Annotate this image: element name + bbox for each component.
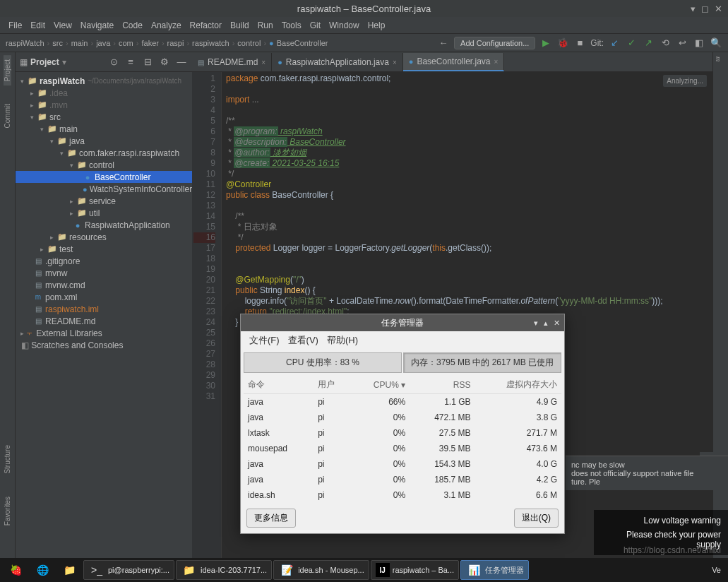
locate-icon[interactable]: ⊙: [107, 56, 120, 69]
crumb[interactable]: com: [119, 39, 133, 47]
crumb[interactable]: raspiWatch: [6, 39, 44, 47]
tree-item-resources[interactable]: ▸resources: [16, 231, 192, 243]
menu-run[interactable]: Run: [253, 20, 278, 30]
close-icon[interactable]: ×: [494, 58, 499, 66]
collapse-icon[interactable]: ⊟: [141, 56, 154, 69]
git-commit-icon[interactable]: ✓: [625, 37, 638, 49]
tool-favorites[interactable]: Favorites: [4, 492, 11, 530]
process-row[interactable]: javapi0%185.7 MB4.2 G: [244, 472, 561, 487]
tree-item-readme[interactable]: README.md: [16, 315, 192, 327]
col-vsz[interactable]: 虚拟内存大小: [475, 376, 561, 394]
close-icon[interactable]: ×: [393, 59, 397, 66]
tree-item-src[interactable]: ▾src: [16, 111, 192, 123]
tree-item-external-libs[interactable]: ▸⫟ External Libraries: [16, 327, 192, 339]
process-row[interactable]: javapi0%472.1 MB3.8 G: [244, 410, 561, 425]
crumb[interactable]: main: [71, 39, 88, 47]
tool-commit[interactable]: Commit: [4, 100, 11, 132]
dialog-maximize-icon[interactable]: ▴: [544, 319, 548, 328]
tree-item-mvnwcmd[interactable]: mvnw.cmd: [16, 279, 192, 291]
taskbar-terminal[interactable]: >_pi@raspberrypi:...: [83, 560, 174, 580]
cpu-usage-button[interactable]: CPU 使用率：83 %: [244, 352, 402, 373]
dialog-menu-help[interactable]: 帮助(H): [323, 334, 362, 347]
process-row[interactable]: lxtaskpi0%27.5 MB271.7 M: [244, 425, 561, 441]
tree-item-package[interactable]: ▾com.faker.raspi.raspiwatch: [16, 147, 192, 159]
col-rss[interactable]: RSS: [410, 376, 475, 394]
maximize-icon[interactable]: ◻: [701, 4, 709, 14]
tool-project[interactable]: Project: [4, 55, 11, 85]
menu-window[interactable]: Window: [325, 20, 364, 30]
expand-icon[interactable]: ≡: [124, 56, 137, 69]
menu-build[interactable]: Build: [226, 20, 253, 30]
crumb[interactable]: raspiwatch: [192, 39, 229, 47]
menu-file[interactable]: File: [4, 20, 26, 30]
taskbar-tray[interactable]: Ve: [708, 560, 725, 580]
crumb[interactable]: control: [237, 39, 261, 47]
menu-code[interactable]: Code: [118, 20, 147, 30]
tree-item-scratches[interactable]: ◧ Scratches and Consoles: [16, 339, 192, 351]
tree-item-service[interactable]: ▸service: [16, 195, 192, 207]
search-icon[interactable]: 🔍: [710, 37, 722, 49]
close-icon[interactable]: ×: [261, 59, 265, 66]
tree-item-main[interactable]: ▾main: [16, 123, 192, 135]
menu-git[interactable]: Git: [306, 20, 325, 30]
col-command[interactable]: 命令: [244, 376, 314, 394]
taskbar-mousepad[interactable]: 📝idea.sh - Mousep...: [273, 560, 369, 580]
tree-item-control[interactable]: ▾control: [16, 159, 192, 171]
stop-icon[interactable]: ■: [573, 37, 586, 49]
close-icon[interactable]: ✕: [715, 4, 722, 14]
hide-icon[interactable]: —: [175, 56, 188, 69]
git-history-icon[interactable]: ⟲: [659, 37, 672, 49]
process-row[interactable]: mousepadpi0%39.5 MB473.6 M: [244, 441, 561, 456]
tree-item-mvn[interactable]: ▸.mvn: [16, 99, 192, 111]
tree-item-test[interactable]: ▸test: [16, 243, 192, 255]
crumb[interactable]: java: [96, 39, 110, 47]
dialog-titlebar[interactable]: 任务管理器 ▾ ▴ ✕: [241, 314, 564, 331]
crumb[interactable]: faker: [141, 39, 158, 47]
tree-root[interactable]: ▾raspiWatch~/Documents/java/raspiWatch: [16, 75, 192, 87]
crumb[interactable]: BaseController: [277, 39, 328, 47]
menu-edit[interactable]: Edit: [26, 20, 49, 30]
gear-icon[interactable]: ⚙: [158, 56, 171, 69]
dialog-menu-view[interactable]: 查看(V): [284, 334, 323, 347]
tool-structure[interactable]: Structure: [4, 441, 11, 478]
col-user[interactable]: 用户: [314, 376, 350, 394]
tab-raspiwatchapp[interactable]: RaspiwatchApplication.java×: [272, 53, 403, 71]
menu-view[interactable]: View: [49, 20, 76, 30]
git-push-icon[interactable]: ↗: [642, 37, 655, 49]
tab-readme[interactable]: README.md×: [192, 53, 272, 71]
tree-item-mvnw[interactable]: mvnw: [16, 267, 192, 279]
menu-tools[interactable]: Tools: [278, 20, 306, 30]
tree-item-iml[interactable]: raspiwatch.iml: [16, 303, 192, 315]
tree-item-util[interactable]: ▸util: [16, 207, 192, 219]
chevron-down-icon[interactable]: ▾: [62, 57, 66, 67]
process-row[interactable]: idea.shpi0%3.1 MB6.6 M: [244, 487, 561, 503]
taskbar-browser[interactable]: 🌐: [30, 560, 55, 580]
line-gutter[interactable]: 1234567891011121314151617181920212223242…: [192, 72, 222, 558]
minimize-icon[interactable]: ▾: [691, 4, 696, 14]
dialog-menu-file[interactable]: 文件(F): [245, 334, 284, 347]
tree-item-watchcontroller[interactable]: WatchSystemInfoController: [16, 183, 192, 195]
tree-item-pomxml[interactable]: mpom.xml: [16, 291, 192, 303]
tab-basecontroller[interactable]: BaseController.java×: [403, 53, 505, 71]
git-rollback-icon[interactable]: ↩: [676, 37, 688, 49]
menu-analyze[interactable]: Analyze: [147, 20, 186, 30]
tree-item-java[interactable]: ▾java: [16, 135, 192, 147]
taskbar-taskmanager[interactable]: 📊任务管理器: [460, 560, 529, 580]
crumb[interactable]: src: [52, 39, 63, 47]
process-row[interactable]: javapi0%154.3 MB4.0 G: [244, 456, 561, 472]
tree-item-raspiwatchapp[interactable]: RaspiwatchApplication: [16, 219, 192, 231]
tree-item-basecontroller[interactable]: BaseController: [16, 171, 192, 183]
taskbar-filemanager[interactable]: 📁idea-IC-203.7717...: [176, 560, 272, 580]
quit-button[interactable]: 退出(Q): [514, 509, 559, 528]
maven-tool[interactable]: m: [713, 52, 724, 66]
taskbar-intellij[interactable]: IJraspiwatch – Ba...: [371, 560, 459, 580]
dialog-close-icon[interactable]: ✕: [554, 319, 560, 328]
run-icon[interactable]: ▶: [539, 37, 552, 49]
debug-icon[interactable]: 🐞: [556, 37, 569, 49]
more-info-button[interactable]: 更多信息: [246, 509, 296, 528]
menu-refactor[interactable]: Refactor: [186, 20, 226, 30]
menu-navigate[interactable]: Navigate: [76, 20, 118, 30]
dialog-minimize-icon[interactable]: ▾: [534, 319, 538, 328]
project-tree[interactable]: ▾raspiWatch~/Documents/java/raspiWatch ▸…: [16, 72, 192, 558]
ide-icon[interactable]: ◧: [693, 37, 705, 49]
